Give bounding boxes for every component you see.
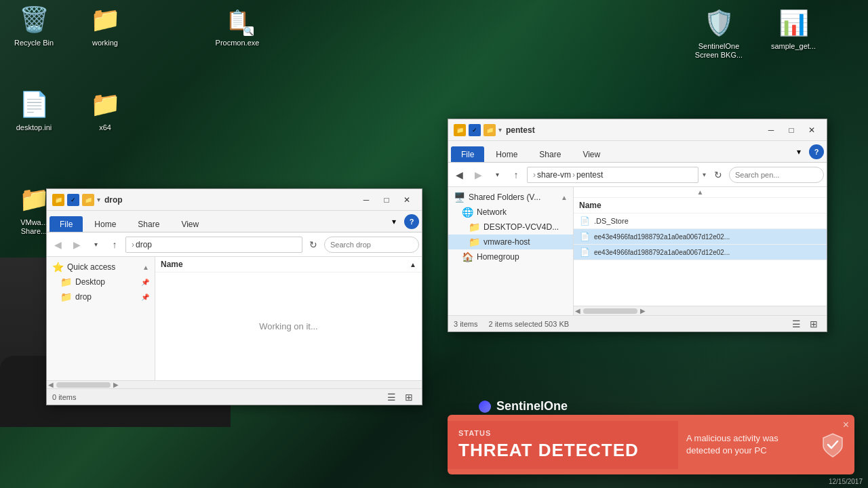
sentinelone-logo-dot — [479, 401, 491, 413]
drop-search-input[interactable] — [324, 237, 419, 253]
pentest-window-controls: ─ □ ✕ — [762, 123, 821, 138]
pentest-minimize-button[interactable]: ─ — [762, 123, 781, 138]
pentest-tb-arrow[interactable]: ▾ — [498, 126, 502, 134]
desktop-icon-sample[interactable]: 📊 sample_get... — [766, 7, 821, 51]
desktop-ini-icon: 📄 — [18, 88, 50, 121]
pentest-sidebar-item-vmware-host[interactable]: 📁 vmware-host — [448, 235, 573, 249]
drop-tab-view[interactable]: View — [171, 216, 209, 232]
drop-refresh-button[interactable]: ↻ — [305, 237, 321, 253]
pentest-path-arrow: › — [533, 170, 536, 180]
sentinel-threat-label: THREAT DETECTED — [458, 440, 667, 461]
pentest-details-view-button[interactable]: ☰ — [789, 318, 804, 330]
pentest-tb-icon1: 📁 — [454, 124, 466, 136]
desktop-icon-procmon[interactable]: 📋 🔍 Procmon.exe — [210, 3, 264, 47]
pentest-help-button[interactable]: ? — [809, 144, 824, 159]
explorer-pentest-window: 📁 ✓ 📁 ▾ pentest ─ □ ✕ File Home Share Vi… — [448, 119, 827, 332]
drop-address-path[interactable]: › drop — [125, 237, 302, 253]
drop-tb-icon3: 📁 — [82, 194, 94, 206]
drop-back-button[interactable]: ◀ — [50, 237, 66, 253]
pentest-ribbon-chevron[interactable]: ▾ — [791, 144, 806, 159]
sentinel-left-panel: STATUS THREAT DETECTED — [448, 421, 678, 469]
pentest-tab-file[interactable]: File — [451, 146, 484, 162]
pentest-tab-home[interactable]: Home — [486, 146, 528, 162]
pentest-hscroll-thumb[interactable] — [583, 308, 637, 314]
quick-access-icon: ⭐ — [52, 262, 63, 272]
pentest-tiles-view-button[interactable]: ⊞ — [806, 318, 821, 330]
pentest-breadcrumb-2: pentest — [576, 170, 603, 180]
pentest-title-bar: 📁 ✓ 📁 ▾ pentest ─ □ ✕ — [448, 119, 827, 141]
pentest-file-hash-2[interactable]: 📄 ee43e4966fad1988792a1a0ea0067d12e02... — [574, 245, 827, 260]
hash1-file-icon: 📄 — [579, 231, 590, 242]
pentest-address-path[interactable]: › share-vm › pentest — [527, 167, 698, 183]
sample-file-icon: 📊 — [777, 7, 810, 39]
drop-minimize-button[interactable]: ─ — [357, 192, 376, 207]
homegroup-icon: 🏠 — [462, 251, 473, 262]
pentest-sidebar-item-shared[interactable]: 🖥️ Shared Folders (V... ▲ — [448, 190, 573, 205]
drop-address-bar: ◀ ▶ ▾ ↑ › drop ↻ — [47, 232, 422, 257]
pentest-file-header-name[interactable]: Name — [574, 198, 827, 214]
pentest-hscroll[interactable]: ◀ ▶ — [574, 306, 827, 315]
pentest-hscroll-left[interactable]: ◀ — [575, 307, 580, 314]
drop-file-header-name[interactable]: drop Name ▲ — [155, 257, 422, 272]
drop-scroll-area[interactable]: ◀ ▶ — [47, 380, 422, 388]
hash1-filename: ee43e4966fad1988792a1a0ea0067d12e02... — [594, 233, 730, 241]
pentest-file-hash-1[interactable]: 📄 ee43e4966fad1988792a1a0ea0067d12e02... — [574, 229, 827, 245]
pentest-close-button[interactable]: ✕ — [802, 123, 821, 138]
drop-scroll-right[interactable]: ▶ — [113, 381, 119, 388]
drop-tb-arrow[interactable]: ▾ — [97, 196, 100, 203]
drop-close-button[interactable]: ✕ — [397, 192, 416, 207]
drop-tiles-view-button[interactable]: ⊞ — [401, 391, 416, 403]
drop-window-controls: ─ □ ✕ — [357, 192, 416, 207]
pentest-sidebar-item-desktop[interactable]: 📁 DESKTOP-VCV4D... — [448, 220, 573, 235]
drop-scroll-left[interactable]: ◀ — [48, 381, 54, 388]
pentest-tab-view[interactable]: View — [572, 146, 610, 162]
pentest-back-button[interactable]: ◀ — [451, 167, 467, 183]
pentest-refresh-button[interactable]: ↻ — [710, 167, 726, 183]
pentest-maximize-button[interactable]: □ — [782, 123, 801, 138]
desktop-icon-x64[interactable]: 📁 x64 — [78, 88, 132, 132]
drop-details-view-button[interactable]: ☰ — [384, 391, 399, 403]
pentest-tab-share[interactable]: Share — [529, 146, 571, 162]
pentest-sidebar-item-network[interactable]: 🌐 Network — [448, 205, 573, 220]
pentest-hscroll-right[interactable]: ▶ — [640, 307, 646, 314]
hash2-filename: ee43e4966fad1988792a1a0ea0067d12e02... — [594, 249, 730, 256]
drop-forward-button[interactable]: ▶ — [68, 237, 85, 253]
desktop-icon-working[interactable]: 📁 working — [78, 3, 132, 47]
sentinel-message-text: A malicious activity was detected on you… — [686, 432, 811, 457]
drop-maximize-button[interactable]: □ — [377, 192, 396, 207]
pentest-ribbon-tabs: File Home Share View ▾ ? — [448, 141, 827, 163]
desktop-icon-desktop-ini[interactable]: 📄 desktop.ini — [7, 88, 61, 132]
sentinel-notification: STATUS THREAT DETECTED A malicious activ… — [448, 415, 854, 474]
drop-sidebar-item-drop[interactable]: 📁 drop 📌 — [47, 289, 155, 304]
pentest-window-title: pentest — [506, 125, 762, 135]
desktop-sidebar-label: Desktop — [75, 277, 105, 287]
drop-sidebar-item-desktop[interactable]: 📁 Desktop 📌 — [47, 274, 155, 289]
drop-up-button[interactable]: ↑ — [106, 237, 123, 253]
drop-tab-file[interactable]: File — [50, 216, 83, 232]
pentest-file-ds-store[interactable]: 📄 .DS_Store — [574, 214, 827, 229]
pentest-forward-button[interactable]: ▶ — [470, 167, 486, 183]
drop-tab-home[interactable]: Home — [84, 216, 126, 232]
sentinel-status-label: STATUS — [458, 429, 667, 437]
drop-scroll-thumb[interactable] — [56, 382, 111, 388]
pentest-up-button[interactable]: ↑ — [508, 167, 524, 183]
drop-help-button[interactable]: ? — [404, 214, 419, 229]
pentest-search-input[interactable] — [729, 167, 824, 183]
drop-window-title: drop — [104, 195, 357, 205]
drop-ribbon-right: ▾ ? — [387, 214, 419, 232]
drop-recent-button[interactable]: ▾ — [87, 237, 104, 253]
drop-ribbon-chevron[interactable]: ▾ — [387, 214, 401, 229]
pentest-scroll-up[interactable]: ▲ — [574, 187, 827, 198]
sentinel-close-button[interactable]: × — [843, 419, 849, 431]
drop-tb-icon2: ✓ — [67, 194, 79, 206]
sentinelone-label: SentinelOne Screen BKG... — [692, 42, 746, 60]
desktop-icon-recycle-bin[interactable]: 🗑️ Recycle Bin — [7, 3, 61, 47]
drop-file-content: Working on it... — [155, 272, 422, 380]
drop-tab-share[interactable]: Share — [127, 216, 170, 232]
desktop-icon-sentinelone[interactable]: 🛡️ SentinelOne Screen BKG... — [692, 7, 746, 60]
drop-sidebar-item-quick-access[interactable]: ⭐ Quick access ▲ — [47, 260, 155, 274]
pentest-path-dropdown[interactable]: ▾ — [701, 171, 707, 178]
pentest-sidebar-item-homegroup[interactable]: 🏠 Homegroup — [448, 249, 573, 264]
pentest-recent-button[interactable]: ▾ — [489, 167, 505, 183]
pentest-view-controls: ☰ ⊞ — [789, 318, 821, 330]
